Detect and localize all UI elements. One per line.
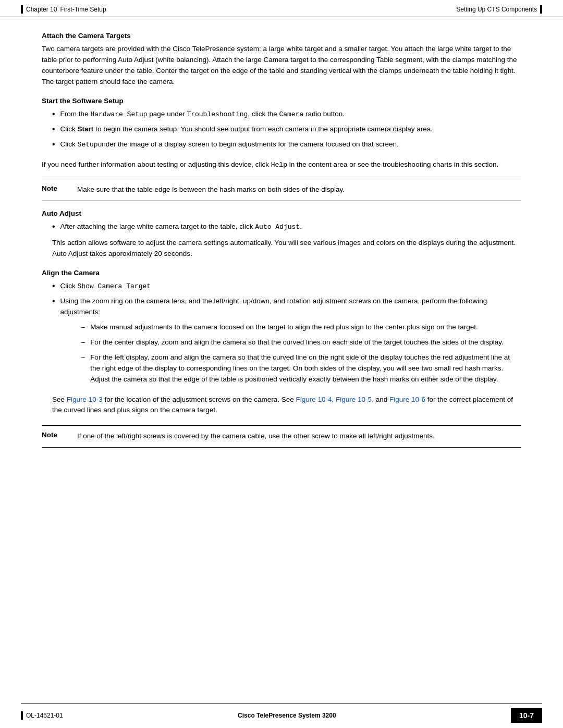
note-box-1: Note Make sure that the table edge is be… xyxy=(42,179,521,201)
note-text-2: If one of the left/right screws is cover… xyxy=(77,431,521,442)
header-bar-left xyxy=(21,5,23,14)
footer-left: OL-14521-01 xyxy=(21,711,63,720)
inline-mono: Hardware Setup xyxy=(90,110,147,118)
page-header: Chapter 10 First-Time Setup Setting Up C… xyxy=(0,0,563,17)
start-software-setup-title: Start the Software Setup xyxy=(42,97,521,105)
header-right: Setting Up CTS Components xyxy=(456,5,542,14)
auto-adjust-bullets: After attaching the large white camera t… xyxy=(42,221,521,232)
header-chapter: Chapter 10 xyxy=(26,6,57,13)
attach-camera-targets-title: Attach the Camera Targets xyxy=(42,32,521,40)
inline-mono: Camera xyxy=(279,110,303,118)
list-item: For the center display, zoom and align t… xyxy=(71,337,521,348)
inline-mono: Auto Adjust xyxy=(255,223,300,231)
attach-camera-targets-body: Two camera targets are provided with the… xyxy=(42,44,521,88)
list-item: Click Start to begin the camera setup. Y… xyxy=(42,124,521,135)
figure-10-4-link[interactable]: Figure 10-4 xyxy=(296,396,332,403)
bullet-text: From the Hardware Setup page under Troub… xyxy=(60,109,345,120)
section-align-camera: Align the Camera Click Show Camera Targe… xyxy=(42,269,521,416)
auto-adjust-para: This action allows software to adjust th… xyxy=(42,238,521,260)
dash-text: For the center display, zoom and align t… xyxy=(90,337,504,348)
section-attach-camera-targets: Attach the Camera Targets Two camera tar… xyxy=(42,32,521,88)
section-start-software-setup: Start the Software Setup From the Hardwa… xyxy=(42,97,521,150)
list-item: After attaching the large white camera t… xyxy=(42,221,521,232)
bullet-text: Click Start to begin the camera setup. Y… xyxy=(60,124,433,135)
page-footer: OL-14521-01 Cisco TelePresence System 32… xyxy=(0,704,563,728)
auto-adjust-title: Auto Adjust xyxy=(42,209,521,217)
figure-10-5-link[interactable]: Figure 10-5 xyxy=(336,396,372,403)
list-item: Click Show Camera Target xyxy=(42,281,521,292)
note-label-1: Note xyxy=(42,184,68,192)
header-bar-right xyxy=(540,5,542,14)
dash-text: For the left display, zoom and align the… xyxy=(90,352,521,385)
inline-mono: Show Camera Target xyxy=(78,282,151,290)
note-label-2: Note xyxy=(42,431,68,439)
footer-row: OL-14521-01 Cisco TelePresence System 32… xyxy=(21,704,542,723)
footer-page-number: 10-7 xyxy=(511,708,542,723)
align-camera-title: Align the Camera xyxy=(42,269,521,277)
list-item: Using the zoom ring on the camera lens, … xyxy=(42,296,521,389)
bullet-text: Using the zoom ring on the camera lens, … xyxy=(60,296,521,389)
bullet-text: Click Show Camera Target xyxy=(60,281,151,292)
list-item: From the Hardware Setup page under Troub… xyxy=(42,109,521,120)
dash-list: Make manual adjustments to the camera fo… xyxy=(71,322,521,385)
bullet2-text: Using the zoom ring on the camera lens, … xyxy=(60,297,487,316)
inline-mono: Troubleshooting xyxy=(187,110,248,118)
figure-10-6-link[interactable]: Figure 10-6 xyxy=(389,396,425,403)
bullet-text: After attaching the large white camera t… xyxy=(60,221,302,232)
inline-bold: Start xyxy=(78,125,94,133)
align-camera-bullets: Click Show Camera Target Using the zoom … xyxy=(42,281,521,389)
inline-mono: Help xyxy=(271,161,287,169)
dash-text: Make manual adjustments to the camera fo… xyxy=(90,322,478,333)
section-auto-adjust: Auto Adjust After attaching the large wh… xyxy=(42,209,521,260)
note-text-1: Make sure that the table edge is between… xyxy=(77,184,521,195)
header-left: Chapter 10 First-Time Setup xyxy=(21,5,106,14)
footer-bar xyxy=(21,711,23,720)
note-box-2: Note If one of the left/right screws is … xyxy=(42,425,521,448)
header-right-title: Setting Up CTS Components xyxy=(456,6,537,13)
start-software-setup-bullets: From the Hardware Setup page under Troub… xyxy=(42,109,521,150)
further-info-para: If you need further information about te… xyxy=(42,159,521,170)
figure-10-3-link[interactable]: Figure 10-3 xyxy=(67,396,103,403)
footer-center: Cisco TelePresence System 3200 xyxy=(238,712,336,719)
list-item: Click Setupunder the image of a display … xyxy=(42,139,521,150)
main-content: Attach the Camera Targets Two camera tar… xyxy=(0,17,563,498)
inline-mono: Setup xyxy=(78,141,98,149)
footer-doc-id: OL-14521-01 xyxy=(26,712,63,719)
list-item: Make manual adjustments to the camera fo… xyxy=(71,322,521,333)
header-chapter-title: First-Time Setup xyxy=(60,6,106,13)
bullet-text: Click Setupunder the image of a display … xyxy=(60,139,399,150)
list-item: For the left display, zoom and align the… xyxy=(71,352,521,385)
see-para: See Figure 10-3 for the location of the … xyxy=(42,394,521,416)
